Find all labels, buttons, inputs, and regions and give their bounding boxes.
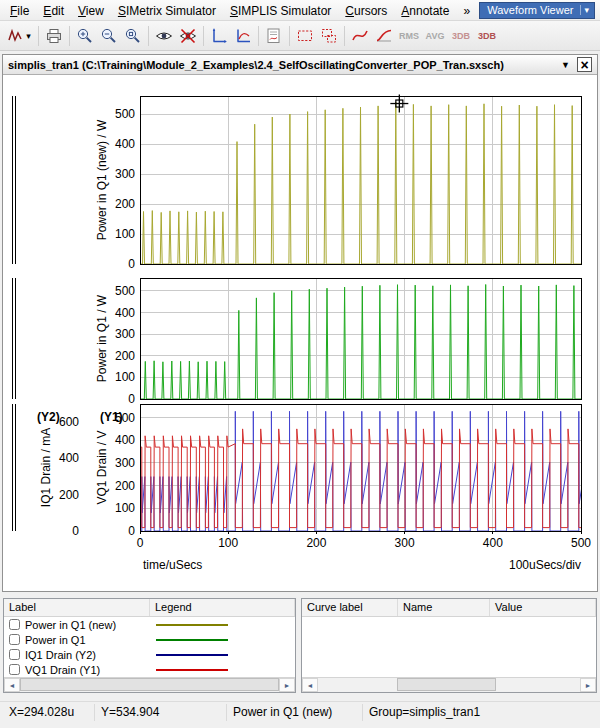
svg-text:500: 500 <box>115 107 135 121</box>
menu-overflow-chevron[interactable]: » <box>456 1 477 20</box>
svg-text:400: 400 <box>115 306 135 320</box>
curve-visibility-checkbox[interactable] <box>9 664 20 675</box>
scroll-left-arrow[interactable]: ◄ <box>302 678 318 692</box>
hide-curves-button[interactable] <box>176 24 200 48</box>
close-graph-button[interactable]: × <box>577 57 592 72</box>
curve-color-line <box>156 669 228 671</box>
column-header-label[interactable]: Label <box>4 599 150 616</box>
scroll-track[interactable] <box>20 678 279 692</box>
db3-measure-alt-button[interactable]: 3DB <box>474 31 500 41</box>
svg-text:100: 100 <box>218 536 238 550</box>
legend-list: Power in Q1 (new) Power in Q1 IQ1 Drain … <box>4 617 295 677</box>
cursor-values-panel: Curve label Name Value ◄ ► <box>301 598 597 693</box>
zoom-select-button[interactable] <box>293 24 317 48</box>
curve-measure-button[interactable] <box>348 24 372 48</box>
column-header-curve-label[interactable]: Curve label <box>302 599 398 616</box>
svg-text:time/uSecs: time/uSecs <box>143 558 202 572</box>
menu-annotate[interactable]: Annotate <box>394 1 456 20</box>
zoom-fit-icon <box>124 27 142 45</box>
svg-text:Power in Q1 / W: Power in Q1 / W <box>95 294 109 382</box>
column-header-name[interactable]: Name <box>398 599 490 616</box>
zoom-fit-button[interactable] <box>121 24 145 48</box>
menu-view[interactable]: View <box>71 1 111 20</box>
zoom-out-button[interactable] <box>97 24 121 48</box>
curve-label: Power in Q1 (new) <box>25 619 116 631</box>
bottom-panels: Label Legend Power in Q1 (new) Power in … <box>0 598 600 693</box>
curve-color-line <box>156 624 228 626</box>
add-grid-button[interactable] <box>231 24 255 48</box>
curve-measure-alt-button[interactable] <box>372 24 396 48</box>
values-panel-header: Curve label Name Value <box>302 599 596 617</box>
dashed-rect-icon <box>296 27 314 45</box>
legend-horizontal-scrollbar[interactable]: ◄ ► <box>4 677 295 692</box>
legend-panel: Label Legend Power in Q1 (new) Power in … <box>3 598 296 693</box>
menu-edit[interactable]: Edit <box>36 1 71 20</box>
svg-text:300: 300 <box>115 456 135 470</box>
legend-row[interactable]: IQ1 Drain (Y2) <box>4 647 295 662</box>
svg-text:0: 0 <box>128 392 135 406</box>
status-bar: X=294.028u Y=534.904 Power in Q1 (new) G… <box>0 701 600 723</box>
values-horizontal-scrollbar[interactable]: ◄ ► <box>302 677 596 692</box>
chevron-down-icon: ▾ <box>580 5 592 15</box>
menu-simetrix-simulator[interactable]: SIMetrix Simulator <box>111 1 223 20</box>
eye-crossed-icon <box>179 27 197 45</box>
copy-region-button[interactable] <box>317 24 341 48</box>
curve-visibility-checkbox[interactable] <box>9 649 20 660</box>
waveform-plots[interactable]: 0100200300400500Power in Q1 (new) / W010… <box>3 75 597 591</box>
status-cursor-x: X=294.028u <box>3 704 95 721</box>
legend-row[interactable]: VQ1 Drain (Y1) <box>4 662 295 677</box>
legend-label-cell: Power in Q1 <box>4 634 150 646</box>
zoom-in-button[interactable] <box>73 24 97 48</box>
show-curves-button[interactable] <box>152 24 176 48</box>
annotate-text-button[interactable] <box>262 24 286 48</box>
svg-text:200: 200 <box>115 349 135 363</box>
legend-row[interactable]: Power in Q1 <box>4 632 295 647</box>
column-header-value[interactable]: Value <box>490 599 596 616</box>
zoom-out-icon <box>100 27 118 45</box>
svg-text:(Y1): (Y1) <box>100 410 123 424</box>
scroll-left-arrow[interactable]: ◄ <box>4 678 20 692</box>
svg-text:100: 100 <box>115 370 135 384</box>
svg-text:0: 0 <box>72 524 79 538</box>
add-axis-button[interactable] <box>207 24 231 48</box>
status-cursor-y: Y=534.904 <box>95 704 227 721</box>
waveform-viewer-combo[interactable]: Waveform Viewer ▾ <box>479 2 595 19</box>
legend-sample-cell <box>150 654 295 656</box>
svg-text:600: 600 <box>59 415 79 429</box>
rms-measure-button[interactable]: RMS <box>396 31 422 41</box>
red-curve-step-icon <box>375 27 393 45</box>
scroll-right-arrow[interactable]: ► <box>279 678 295 692</box>
legend-row[interactable]: Power in Q1 (new) <box>4 617 295 632</box>
legend-label-cell: VQ1 Drain (Y1) <box>4 664 150 676</box>
eye-icon <box>155 27 173 45</box>
curve-color-line <box>156 639 228 641</box>
column-header-legend[interactable]: Legend <box>150 599 295 616</box>
menu-file[interactable]: File <box>3 1 36 20</box>
svg-text:500: 500 <box>115 284 135 298</box>
curve-visibility-checkbox[interactable] <box>9 634 20 645</box>
db3-measure-button[interactable]: 3DB <box>448 31 474 41</box>
graph-select-dropdown[interactable]: ▾ <box>3 24 35 48</box>
legend-label-cell: IQ1 Drain (Y2) <box>4 649 150 661</box>
scroll-thumb[interactable] <box>397 678 497 691</box>
status-group: Group=simplis_tran1 <box>363 704 486 721</box>
waveform-plot-area[interactable]: 0100200300400500Power in Q1 (new) / W010… <box>3 75 597 591</box>
menu-cursors[interactable]: Cursors <box>338 1 394 20</box>
print-button[interactable] <box>42 24 66 48</box>
zoom-in-icon <box>76 27 94 45</box>
chevron-down-icon: ▾ <box>26 31 31 41</box>
menu-simplis-simulator[interactable]: SIMPLIS Simulator <box>223 1 338 20</box>
scroll-thumb[interactable] <box>20 678 279 691</box>
toolbar-separator <box>148 26 149 46</box>
svg-text:200: 200 <box>59 488 79 502</box>
svg-text:(Y2): (Y2) <box>37 410 60 424</box>
scroll-track[interactable] <box>318 678 580 692</box>
scroll-right-arrow[interactable]: ► <box>580 678 596 692</box>
graph-titlebar[interactable]: simplis_tran1 (C:\Training\Module_2_Exam… <box>3 55 597 75</box>
curve-label: IQ1 Drain (Y2) <box>25 649 96 661</box>
toolbar-separator <box>38 26 39 46</box>
curve-visibility-checkbox[interactable] <box>9 619 20 630</box>
curve-icon <box>7 27 25 45</box>
graph-menu-button[interactable]: ▼ <box>558 57 573 72</box>
avg-measure-button[interactable]: AVG <box>422 31 448 41</box>
